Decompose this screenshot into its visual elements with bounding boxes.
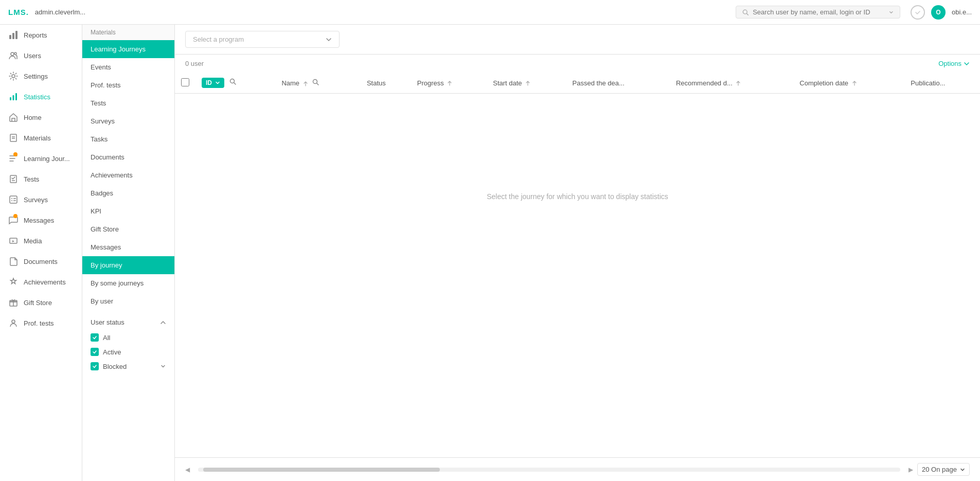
gift-icon <box>8 297 19 308</box>
col-progress: Progress <box>411 73 487 94</box>
col-completion-date: Completion date <box>793 73 904 94</box>
svg-point-6 <box>14 52 16 55</box>
sidebar-item-learning-journeys[interactable]: Learning Jour... <box>0 148 82 169</box>
sidebar-item-label: Tests <box>24 175 39 183</box>
sidebar-item-statistics[interactable]: Statistics <box>0 86 82 107</box>
stats-icon <box>8 92 19 102</box>
col-start-date: Start date <box>487 73 566 94</box>
col-recommended-date-label: Recommended d... <box>676 79 733 87</box>
sidebar-item-achievements[interactable]: Achievements <box>0 272 82 292</box>
col-start-date-label: Start date <box>493 79 522 87</box>
main-content: Select a program 0 user Options <box>175 25 980 481</box>
sidebar-item-reports[interactable]: Reports <box>0 25 82 45</box>
sidebar-item-tests[interactable]: Tests <box>0 169 82 189</box>
sidebar-item-surveys[interactable]: Surveys <box>0 189 82 210</box>
svg-point-5 <box>11 52 14 56</box>
sidebar-item-home[interactable]: Home <box>0 107 82 128</box>
sidebar-item-label: Documents <box>24 258 58 265</box>
chart-icon <box>8 30 19 40</box>
sidebar-item-label: Statistics <box>24 93 50 101</box>
by-user-button[interactable]: By user <box>82 292 174 310</box>
sidebar-item-label: Learning Jour... <box>24 155 70 163</box>
checkbox-all[interactable]: All <box>82 330 174 345</box>
col-status-label: Status <box>367 79 386 87</box>
sidebar-item-messages[interactable]: Messages <box>0 210 82 230</box>
sidebar-item-prof-tests[interactable]: Prof. tests <box>0 313 82 333</box>
sub-sidebar-item-gift-store[interactable]: Gift Store <box>82 220 174 238</box>
program-select[interactable]: Select a program <box>185 31 340 48</box>
scroll-right-arrow[interactable]: ▶ <box>908 466 913 473</box>
per-page-select[interactable]: 20 On page <box>917 463 970 476</box>
checkbox-active[interactable]: Active <box>82 345 174 359</box>
user-count-bar: 0 user Options <box>175 55 980 73</box>
name-sort-icon[interactable] <box>304 81 308 86</box>
sidebar-item-users[interactable]: Users <box>0 45 82 66</box>
media-icon <box>8 236 19 246</box>
checkbox-all-label: All <box>103 334 110 342</box>
start-date-sort-icon[interactable] <box>526 81 530 86</box>
checkbox-active-box <box>91 348 99 356</box>
checkbox-blocked[interactable]: Blocked <box>82 359 174 373</box>
select-all-checkbox[interactable] <box>181 78 189 86</box>
main-layout: Reports Users Settings <box>0 25 980 481</box>
per-page-label: 20 On page <box>922 466 957 473</box>
check-circle[interactable] <box>911 5 925 20</box>
svg-line-28 <box>317 83 319 85</box>
name-search-icon[interactable] <box>309 78 322 88</box>
sub-sidebar-item-documents[interactable]: Documents <box>82 148 174 166</box>
search-input[interactable] <box>753 8 885 16</box>
sidebar-item-media[interactable]: Media <box>0 230 82 251</box>
chevron-up-icon <box>160 319 166 326</box>
sidebar-item-label: Achievements <box>24 278 66 286</box>
sub-sidebar-item-surveys[interactable]: Surveys <box>82 112 174 130</box>
id-chevron-icon <box>215 80 220 85</box>
sidebar-item-gift-store[interactable]: Gift Store <box>0 292 82 313</box>
sub-sidebar-item-events[interactable]: Events <box>82 58 174 76</box>
sub-sidebar-item-tests[interactable]: Tests <box>82 94 174 112</box>
col-name: Name <box>275 73 361 94</box>
sidebar-item-documents[interactable]: Documents <box>0 251 82 272</box>
id-badge[interactable]: ID <box>202 78 224 88</box>
sub-sidebar-item-prof-tests[interactable]: Prof. tests <box>82 76 174 94</box>
progress-sort-icon[interactable] <box>448 81 452 86</box>
data-table: ID <box>175 73 980 94</box>
sidebar-item-settings[interactable]: Settings <box>0 66 82 86</box>
sub-sidebar-item-tasks[interactable]: Tasks <box>82 130 174 148</box>
sub-sidebar: Materials Learning Journeys Events Prof.… <box>82 25 175 481</box>
user-status-label: User status <box>91 318 124 326</box>
sidebar-item-label: Settings <box>24 73 48 80</box>
sub-sidebar-item-messages[interactable]: Messages <box>82 238 174 256</box>
col-recommended-date: Recommended d... <box>670 73 793 94</box>
options-button[interactable]: Options <box>938 60 970 67</box>
id-search-icon[interactable] <box>226 78 239 87</box>
svg-point-18 <box>11 200 12 201</box>
sidebar-item-materials[interactable]: Materials <box>0 128 82 148</box>
col-completion-date-label: Completion date <box>799 79 848 87</box>
svg-rect-10 <box>15 93 17 100</box>
sub-sidebar-item-achievements[interactable]: Achievements <box>82 166 174 184</box>
col-name-label: Name <box>281 79 299 87</box>
sub-sidebar-item-badges[interactable]: Badges <box>82 184 174 202</box>
scroll-track <box>198 468 900 472</box>
sub-sidebar-item-learning-journeys[interactable]: Learning Journeys <box>82 40 174 58</box>
user-status-header[interactable]: User status <box>82 314 174 330</box>
avatar[interactable]: O <box>931 5 946 20</box>
sidebar-item-label: Gift Store <box>24 299 52 307</box>
comp-date-sort-icon[interactable] <box>852 81 857 86</box>
id-label: ID <box>206 79 212 86</box>
header-search[interactable] <box>736 6 900 19</box>
col-publication: Publicatio... <box>904 73 980 94</box>
scroll-thumb <box>203 468 440 472</box>
checkbox-active-label: Active <box>103 348 121 356</box>
sidebar-item-label: Reports <box>24 31 47 39</box>
sidebar-item-label: Messages <box>24 217 54 224</box>
sidebar-item-label: Home <box>24 114 42 121</box>
scroll-left-arrow[interactable]: ◀ <box>185 466 190 473</box>
by-some-journeys-button[interactable]: By some journeys <box>82 274 174 292</box>
rec-date-sort-icon[interactable] <box>736 81 740 86</box>
notification-badge <box>13 152 17 156</box>
by-journey-button[interactable]: By journey <box>82 256 174 274</box>
bottom-bar: ◀ ▶ 20 On page <box>175 457 980 481</box>
sub-sidebar-item-kpi[interactable]: KPI <box>82 202 174 220</box>
sidebar-item-label: Users <box>24 52 41 60</box>
